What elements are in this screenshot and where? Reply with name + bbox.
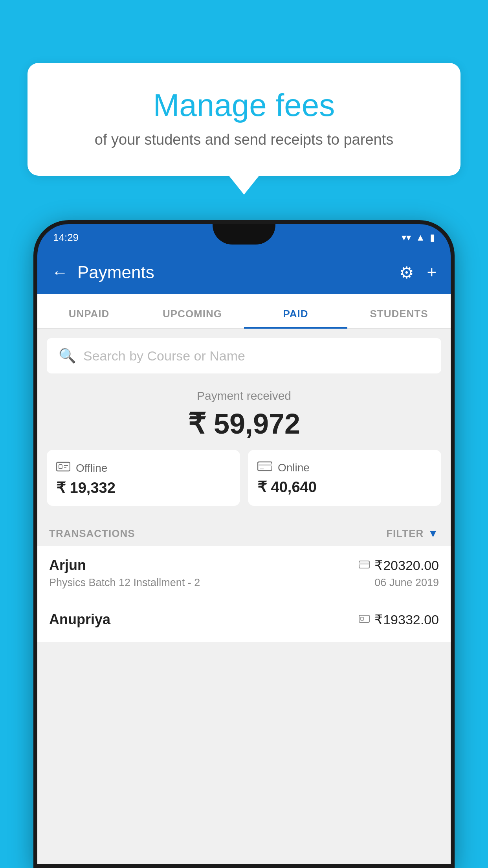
transaction-top-2: Anupriya ₹19332.00 bbox=[49, 611, 439, 628]
battery-icon: ▮ bbox=[430, 232, 435, 243]
filter-icon: ▼ bbox=[427, 527, 439, 540]
online-amount: ₹ 40,640 bbox=[257, 478, 432, 496]
offline-card-header: Offline bbox=[56, 461, 231, 475]
signal-icon: ▲ bbox=[416, 232, 425, 243]
add-icon[interactable]: + bbox=[427, 263, 437, 282]
payment-received-section: Payment received ₹ 59,972 bbox=[37, 373, 451, 450]
tabs: UNPAID UPCOMING PAID STUDENTS bbox=[37, 294, 451, 329]
bubble-title: Manage fees bbox=[47, 86, 441, 124]
filter-button[interactable]: FILTER ▼ bbox=[386, 527, 439, 540]
transaction-bottom: Physics Batch 12 Installment - 2 06 June… bbox=[49, 577, 439, 589]
tab-unpaid[interactable]: UNPAID bbox=[37, 308, 141, 329]
settings-icon[interactable]: ⚙ bbox=[399, 263, 414, 282]
offline-label: Offline bbox=[76, 462, 107, 474]
transaction-name-2: Anupriya bbox=[49, 611, 110, 628]
phone-wrapper: 14:29 ▾▾ ▲ ▮ ← Payments ⚙ + UNPAID UPCOM… bbox=[33, 220, 455, 868]
transaction-row[interactable]: Arjun ₹20320.00 Physics Batch 12 Install… bbox=[37, 546, 451, 600]
phone-content: 🔍 Search by Course or Name Payment recei… bbox=[37, 329, 451, 868]
search-bar[interactable]: 🔍 Search by Course or Name bbox=[47, 338, 441, 373]
transaction-amount: ₹20320.00 bbox=[374, 557, 439, 573]
tab-students[interactable]: STUDENTS bbox=[347, 308, 451, 329]
transaction-row[interactable]: Anupriya ₹19332.00 bbox=[37, 600, 451, 642]
svg-rect-8 bbox=[359, 563, 369, 565]
offline-amount: ₹ 19,332 bbox=[56, 479, 231, 497]
status-time: 14:29 bbox=[53, 232, 79, 244]
transactions-label: TRANSACTIONS bbox=[49, 528, 135, 540]
transaction-date: 06 June 2019 bbox=[374, 577, 439, 589]
payment-received-label: Payment received bbox=[47, 389, 441, 403]
svg-rect-5 bbox=[258, 464, 272, 466]
payment-total-amount: ₹ 59,972 bbox=[47, 407, 441, 440]
transaction-amount-wrap-2: ₹19332.00 bbox=[359, 612, 439, 627]
bubble-subtitle: of your students and send receipts to pa… bbox=[47, 131, 441, 148]
app-bar-actions: ⚙ + bbox=[399, 263, 437, 282]
online-card-header: Online bbox=[257, 461, 432, 474]
tab-paid[interactable]: PAID bbox=[244, 308, 347, 329]
transaction-top: Arjun ₹20320.00 bbox=[49, 557, 439, 574]
offline-card: Offline ₹ 19,332 bbox=[47, 450, 240, 506]
speech-bubble: Manage fees of your students and send re… bbox=[28, 63, 460, 176]
payment-cards: Offline ₹ 19,332 bbox=[37, 450, 451, 518]
back-button[interactable]: ← bbox=[51, 263, 68, 282]
offline-icon bbox=[56, 461, 70, 475]
phone-notch bbox=[213, 224, 275, 245]
app-bar-title: Payments bbox=[77, 263, 390, 282]
transaction-name: Arjun bbox=[49, 557, 86, 574]
wifi-icon: ▾▾ bbox=[402, 232, 411, 243]
transactions-header: TRANSACTIONS FILTER ▼ bbox=[37, 518, 451, 546]
online-label: Online bbox=[278, 462, 310, 474]
search-icon: 🔍 bbox=[59, 348, 76, 364]
filter-label: FILTER bbox=[386, 528, 424, 540]
phone-frame: 14:29 ▾▾ ▲ ▮ ← Payments ⚙ + UNPAID UPCOM… bbox=[33, 220, 455, 868]
app-bar: ← Payments ⚙ + bbox=[37, 251, 451, 294]
tab-upcoming[interactable]: UPCOMING bbox=[141, 308, 244, 329]
transaction-amount-2: ₹19332.00 bbox=[374, 612, 439, 627]
svg-rect-6 bbox=[260, 468, 264, 469]
svg-rect-1 bbox=[59, 465, 62, 469]
online-icon bbox=[257, 461, 272, 474]
search-placeholder[interactable]: Search by Course or Name bbox=[83, 348, 245, 364]
offline-payment-icon bbox=[359, 613, 370, 626]
card-payment-icon bbox=[359, 559, 370, 572]
svg-rect-10 bbox=[361, 617, 363, 620]
transaction-amount-wrap: ₹20320.00 bbox=[359, 557, 439, 573]
online-card: Online ₹ 40,640 bbox=[248, 450, 441, 506]
status-icons: ▾▾ ▲ ▮ bbox=[402, 232, 435, 243]
transaction-course: Physics Batch 12 Installment - 2 bbox=[49, 577, 200, 589]
